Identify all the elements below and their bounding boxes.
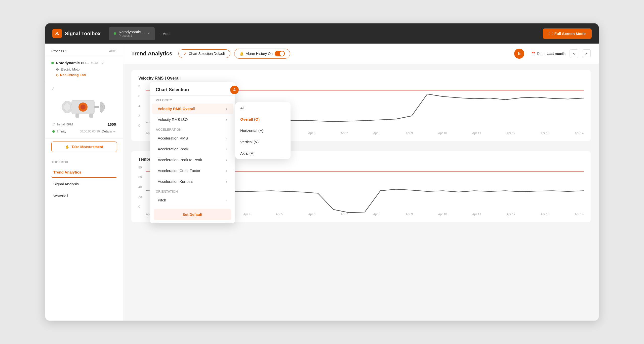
charts-area: Velocity RMS | Overall 86420 — [123, 64, 599, 321]
device-sub-items: ⚙ Electric Motor ◇ Non Driving End — [51, 67, 117, 77]
dropdown-title: Chart Selection — [150, 82, 235, 96]
velocity-rms-label: Velocity RMS Overall — [158, 107, 195, 111]
svg-rect-5 — [94, 106, 99, 108]
trend-title: Trend Analytics — [131, 50, 172, 57]
alarm-history-button[interactable]: 🔔 Alarm History On — [234, 49, 290, 59]
tab-close-icon[interactable]: × — [147, 31, 150, 36]
submenu-item-axial[interactable]: Axial (A) — [235, 148, 291, 159]
acceleration-crest-factor-arrow: › — [226, 169, 227, 173]
take-measurement-button[interactable]: ✋ Take Measurement — [51, 142, 117, 152]
measurement-icon: ✋ — [65, 145, 69, 149]
dropdown-section-velocity: Velocity — [150, 96, 235, 103]
velocity-rms-iso-arrow: › — [226, 118, 227, 122]
date-label: 📅 Date — [531, 52, 545, 56]
non-driving-end-label: Non Driving End — [60, 73, 86, 77]
calendar-icon: 📅 — [531, 52, 536, 56]
alarm-toggle[interactable] — [275, 51, 285, 56]
toolbox-items: Trend Analytics Signal Analysis Waterfal… — [51, 167, 117, 201]
main-content: Process 1 #001 Rotodynamic Pu... #243 ∨ … — [45, 44, 599, 321]
next-date-button[interactable]: > — [582, 49, 591, 58]
submenu-item-all[interactable]: All — [235, 102, 291, 114]
details-link[interactable]: Details → — [102, 129, 116, 133]
device-id: #243 — [91, 61, 98, 65]
svg-rect-9 — [75, 114, 79, 118]
step-badge-5: 5 — [514, 49, 524, 59]
device-sub-non-driving-end[interactable]: ◇ Non Driving End — [56, 73, 117, 77]
tab-subtitle: Process 1 — [119, 34, 144, 38]
temp-y-labels: 806040200 — [138, 166, 146, 209]
chart-velocity-title: Velocity RMS | Overall — [138, 76, 584, 81]
chart-selection-dropdown[interactable]: Chart Selection 4 Velocity Velocity RMS … — [150, 82, 235, 223]
dropdown-item-acceleration-rms[interactable]: Acceleration RMS › — [152, 133, 233, 143]
svg-point-3 — [80, 105, 86, 110]
right-panel: Trend Analytics ⤢ Chart Selection Defaul… — [123, 44, 599, 321]
tab-status-dot — [114, 32, 116, 35]
tab-bar: Rotodynamic... Process 1 × + Add — [109, 27, 543, 40]
acceleration-rms-arrow: › — [226, 136, 227, 140]
acceleration-crest-factor-label: Acceleration Crest Factor — [158, 168, 200, 173]
dropdown-item-velocity-rms-iso[interactable]: Velocity RMS ISO › — [152, 114, 233, 125]
acceleration-peak-label: Acceleration Peak — [158, 147, 188, 151]
submenu-item-overall[interactable]: Overall (O) — [235, 114, 291, 125]
toolbox-item-waterfall[interactable]: Waterfall — [51, 191, 117, 201]
dropdown-item-acceleration-kurtosis[interactable]: Acceleration Kurtosis › — [152, 176, 233, 187]
prev-date-button[interactable]: < — [570, 49, 578, 58]
rpm-value: 1600 — [108, 122, 116, 126]
toolbox-item-signal-analysis[interactable]: Signal Analysis — [51, 179, 117, 190]
orientation-submenu: All Overall (O) Horizontal (H) Vertical … — [235, 102, 291, 159]
device-sub-electric-motor[interactable]: ⚙ Electric Motor — [56, 67, 117, 71]
active-tab[interactable]: Rotodynamic... Process 1 × — [109, 27, 155, 40]
device-name: Rotodynamic Pu... — [56, 61, 89, 65]
acceleration-rms-label: Acceleration RMS — [158, 136, 188, 140]
acceleration-kurtosis-label: Acceleration Kurtosis — [158, 179, 193, 184]
logo-area: Signal Toolbox — [52, 29, 101, 38]
take-measurement-area: ✋ Take Measurement — [45, 139, 123, 155]
toolbox-item-trend-analytics[interactable]: Trend Analytics — [51, 167, 117, 178]
motor-illustration — [57, 94, 112, 119]
clock-icon: ⏱ — [52, 122, 56, 126]
svg-point-12 — [64, 103, 70, 111]
submenu-item-vertical[interactable]: Vertical (V) — [235, 136, 291, 148]
infinity-label: Infinity — [57, 129, 66, 133]
toolbox-label: Toolbox — [51, 160, 117, 164]
trend-header: Trend Analytics ⤢ Chart Selection Defaul… — [123, 44, 599, 64]
acceleration-peak-arrow: › — [226, 147, 227, 151]
prev-arrow-icon: < — [573, 52, 575, 56]
dropdown-item-acceleration-peak[interactable]: Acceleration Peak › — [152, 144, 233, 154]
toolbox-section: Toolbox Trend Analytics Signal Analysis … — [45, 155, 123, 321]
dropdown-item-acceleration-peak-to-peak[interactable]: Acceleration Peak to Peak › — [152, 155, 233, 165]
dropdown-item-pitch[interactable]: Pitch › — [152, 195, 233, 205]
submenu-item-horizontal[interactable]: Horizontal (H) — [235, 125, 291, 136]
device-status-dot — [51, 62, 54, 64]
infinity-time: 00:00:00:00:30 — [80, 130, 100, 133]
chart-selection-button[interactable]: ⤢ Chart Selection Default — [178, 49, 230, 58]
svg-rect-10 — [89, 114, 93, 118]
expand-icon[interactable]: ⤢ — [51, 86, 55, 91]
title-bar: Signal Toolbox Rotodynamic... Process 1 … — [45, 23, 599, 44]
device-expand-icon[interactable]: ∨ — [101, 60, 104, 65]
dropdown-item-acceleration-crest-factor[interactable]: Acceleration Crest Factor › — [152, 165, 233, 176]
dropdown-item-velocity-rms[interactable]: Velocity RMS Overall › — [152, 104, 233, 114]
fullscreen-label: Full Screen Mode — [554, 31, 586, 36]
infinity-row: Infinity 00:00:00:00:30 Details → — [51, 129, 117, 133]
process-label: Process 1 — [51, 49, 67, 53]
svg-point-0 — [57, 34, 58, 35]
process-id: #001 — [109, 49, 117, 53]
alarm-history-label: Alarm History On — [246, 52, 273, 56]
tab-title: Rotodynamic... — [119, 30, 144, 34]
rpm-label: ⏱ Initial RPM — [52, 122, 73, 126]
diamond-icon: ◇ — [56, 73, 59, 77]
date-value: Last month — [547, 52, 566, 56]
pitch-label: Pitch — [158, 198, 166, 202]
chart-selection-label: Chart Selection Default — [189, 52, 225, 56]
set-default-button[interactable]: Set Default — [154, 209, 231, 220]
motor-area: ⤢ — [45, 81, 123, 139]
logo-icon — [52, 29, 62, 38]
add-tab-button[interactable]: + Add — [156, 29, 174, 38]
fullscreen-button[interactable]: ⛶ Full Screen Mode — [543, 28, 592, 39]
fullscreen-icon: ⛶ — [549, 31, 552, 36]
acceleration-peak-to-peak-arrow: › — [226, 158, 227, 162]
velocity-rms-iso-label: Velocity RMS ISO — [158, 117, 188, 122]
acceleration-peak-to-peak-label: Acceleration Peak to Peak — [158, 158, 202, 162]
date-control: 📅 Date Last month — [531, 52, 566, 56]
